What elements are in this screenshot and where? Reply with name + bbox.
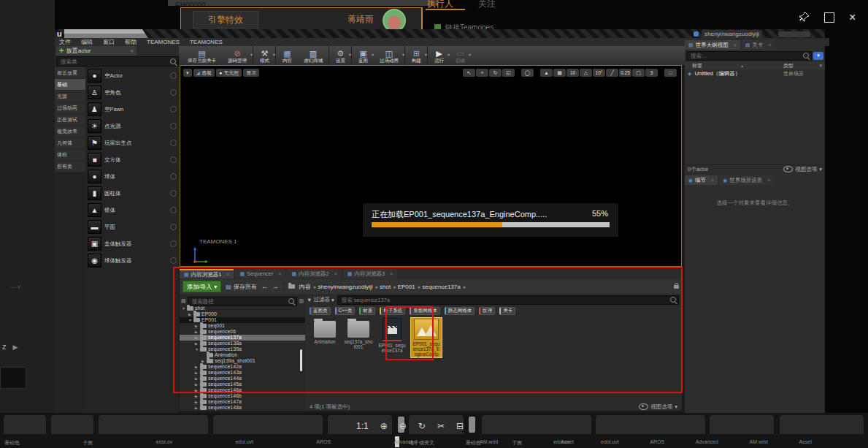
scale-tool-icon[interactable]: ◱ [502, 69, 515, 77]
close-tab-icon[interactable]: × [768, 42, 771, 48]
place-category[interactable]: 正在测试 [55, 114, 85, 126]
close-tab-icon[interactable]: × [734, 42, 737, 48]
drag-grip-icon[interactable] [170, 190, 177, 197]
drag-grip-icon[interactable] [170, 173, 177, 180]
save-level-button[interactable]: ▤ 保存当前关卡 ▾ [182, 46, 222, 65]
bottom-label[interactable]: 子面 [512, 439, 522, 447]
place-category[interactable]: 体积 [55, 149, 85, 161]
pin-icon[interactable] [799, 12, 810, 23]
drag-grip-icon[interactable] [170, 240, 177, 247]
tree-item[interactable]: ▶ sequence146b [180, 393, 305, 399]
viewport[interactable]: ▾ ◢透视 ●无光照 显示 ↖+↻◱◯▲▦10△10°╱0.25▢3□ 正在加载… [180, 65, 682, 267]
viewport-tool[interactable] [515, 69, 521, 77]
rotation-snap-value[interactable]: 10° [593, 69, 605, 77]
settings-button[interactable]: ⚙ 设置 ▾ [330, 46, 352, 65]
drag-grip-icon[interactable] [170, 140, 177, 146]
point-light-icon[interactable]: ☀ 点光源 [85, 118, 179, 134]
zoom-out-icon[interactable]: ⊖ [399, 421, 407, 431]
place-category[interactable]: 所有类 [55, 161, 85, 172]
bottom-label[interactable]: AM.wrld [749, 439, 767, 447]
taskbar-thumbnail[interactable] [780, 415, 864, 434]
close-tab-icon[interactable]: × [130, 48, 134, 54]
launch-button[interactable]: ▭ 启动 ▾ [450, 46, 471, 65]
grid-snap-value[interactable]: 10 [566, 69, 579, 77]
select-tool-icon[interactable]: ↖ [463, 69, 475, 77]
bottom-label[interactable]: Asset [799, 439, 812, 447]
scale-snap-icon[interactable]: ╱ [606, 69, 618, 77]
sphere-icon[interactable]: ● 球体 [85, 168, 179, 185]
maximize-icon[interactable] [824, 12, 834, 23]
close-icon[interactable]: × [849, 12, 856, 23]
world-local-toggle-icon[interactable]: ◯ [521, 69, 534, 77]
tree-item[interactable]: ▶ sequence148a [180, 405, 305, 411]
drag-grip-icon[interactable] [170, 72, 177, 79]
panel-tab[interactable]: ◉ 世界场景设置 × [719, 175, 774, 185]
outliner-search-input[interactable] [689, 52, 803, 60]
sort-icon[interactable]: ▲ [740, 64, 744, 68]
background-play-control[interactable]: z▶ [2, 342, 18, 351]
project-name[interactable]: shenyinwangzuodiyiji [702, 30, 762, 38]
place-category[interactable]: 视觉效果 [55, 126, 85, 137]
outliner-row[interactable]: ◈ Untitled（编辑器） 世界场景 [685, 70, 825, 77]
panel-tab[interactable]: ▤ 关卡 × [742, 40, 775, 50]
empty-pawn-icon[interactable]: ♟ 空Pawn [85, 101, 179, 118]
view-options-button[interactable]: 视图选项▾ [639, 403, 682, 411]
viewport-tool[interactable] [658, 69, 664, 77]
sphere-trigger-icon[interactable]: ◉ 球体触发器 [85, 252, 179, 269]
taskbar-thumbnail[interactable] [596, 415, 705, 434]
expand-arrow-icon[interactable]: ▶ [195, 399, 199, 405]
drag-grip-icon[interactable] [170, 207, 177, 213]
box-trigger-icon[interactable]: ▣ 盒体触发器 [85, 235, 179, 252]
close-tab-icon[interactable]: × [767, 178, 770, 183]
bottom-label[interactable]: edol.ov [156, 439, 173, 447]
bottom-label[interactable]: AROS [650, 439, 664, 447]
zoom-in-icon[interactable]: ⊕ [380, 421, 388, 431]
dropdown-caret-icon[interactable]: ▾ [402, 52, 404, 57]
menu-item[interactable]: TEAMONES [147, 39, 180, 45]
bottom-label[interactable]: edol.uvt [601, 439, 619, 447]
place-category[interactable]: 基础 [55, 79, 85, 91]
drag-grip-icon[interactable] [170, 257, 177, 264]
plane-icon[interactable]: ▬ 平面 [85, 219, 179, 235]
rotate-tool-icon[interactable]: ↻ [489, 69, 502, 77]
drag-grip-icon[interactable] [170, 224, 177, 230]
outliner-filter-icon[interactable]: ▾ [813, 52, 823, 60]
title-tab[interactable] [64, 29, 148, 38]
grid-snap-icon[interactable]: ▦ [553, 69, 566, 77]
place-category[interactable]: 过场动画 [55, 102, 85, 114]
drag-grip-icon[interactable] [170, 89, 177, 96]
taskbar-thumbnail[interactable] [710, 415, 774, 434]
taskbar-thumbnail[interactable] [482, 415, 591, 434]
dropdown-caret-icon[interactable]: ▾ [469, 52, 471, 57]
play-button[interactable]: ▶ 运行 ▾ [429, 46, 450, 65]
play-icon[interactable]: ▶ [13, 343, 18, 351]
tree-item[interactable]: ▶ sequence147a [180, 399, 305, 405]
source-control-button[interactable]: ⊘ 源码管理 ▾ [222, 46, 253, 65]
drag-grip-icon[interactable] [170, 156, 177, 163]
bottom-label[interactable]: AROS [316, 439, 331, 447]
bottom-label[interactable]: edol.ov [553, 439, 570, 447]
expand-arrow-icon[interactable]: ▶ [195, 393, 199, 399]
camera-speed-value[interactable]: 3 [645, 69, 658, 77]
build-button[interactable]: ⊞ 构建 ▾ [406, 46, 428, 65]
place-category[interactable]: 最近放置 [55, 67, 85, 79]
export-icon[interactable]: ⊟ [456, 421, 464, 431]
view-mode-button[interactable]: ●无光照 [216, 69, 242, 77]
place-category[interactable]: 几何体 [55, 137, 85, 149]
viewport-tool[interactable] [534, 69, 539, 77]
place-search-input[interactable] [59, 58, 170, 66]
dropdown-caret-icon[interactable]: ▾ [250, 52, 253, 57]
modes-button[interactable]: ⚒ 模式 ▾ [254, 46, 276, 65]
panel-tab[interactable]: ▤ 世界大纲视图 × [685, 40, 740, 50]
engine-effect-button[interactable]: 引擎特效 [193, 11, 258, 29]
bottom-label[interactable]: 基础色 [4, 439, 20, 447]
move-tool-icon[interactable]: + [476, 69, 488, 77]
tab-follow[interactable]: 关注 [478, 0, 496, 10]
bottom-label[interactable]: edol.uvt [235, 439, 253, 447]
taskbar-thumbnail[interactable] [213, 415, 323, 434]
bottom-label[interactable]: 子面 [82, 439, 93, 447]
bottom-label[interactable]: Advanced [696, 439, 718, 447]
dropdown-caret-icon[interactable]: ▾ [273, 52, 275, 57]
actual-size-button[interactable]: 1:1 [356, 421, 369, 431]
scale-snap-value[interactable]: 0.25 [619, 69, 631, 77]
